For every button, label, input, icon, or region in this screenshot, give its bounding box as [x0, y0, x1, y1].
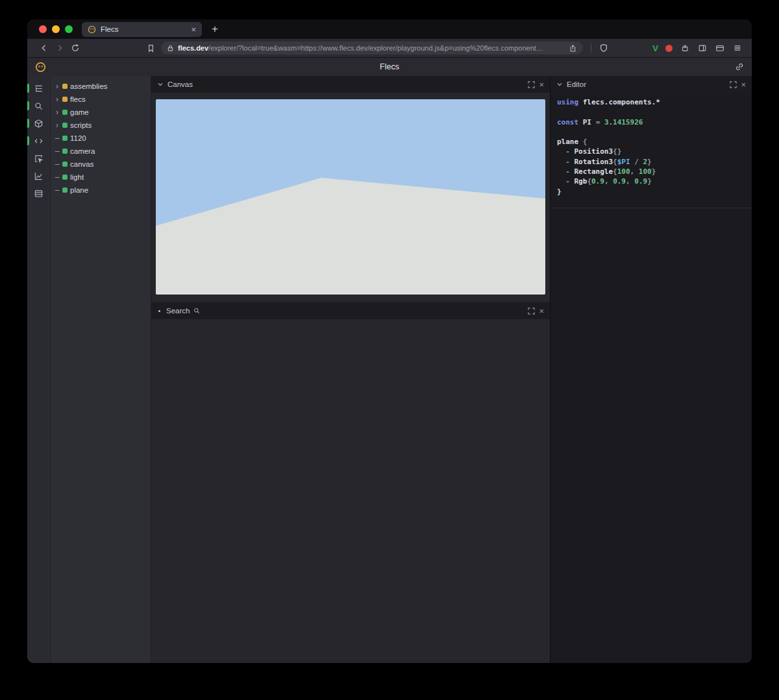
- rows-icon: [34, 189, 43, 199]
- code-line[interactable]: plane {: [557, 137, 745, 147]
- code-line[interactable]: - Rotation3{$PI / 2}: [557, 157, 745, 167]
- tree-item-camera[interactable]: –camera: [51, 145, 151, 158]
- search-expand-button[interactable]: [528, 308, 535, 315]
- rail-button-tree[interactable]: [27, 82, 50, 95]
- wallet-button[interactable]: [715, 41, 725, 55]
- minimize-window-button[interactable]: [52, 25, 60, 33]
- chevron-down-icon[interactable]: [157, 81, 164, 88]
- tree-item-game[interactable]: ›game: [51, 106, 151, 119]
- chevron-right-icon[interactable]: ›: [55, 82, 60, 90]
- app-header: Flecs: [27, 58, 752, 76]
- browser-toolbar: flecs.dev /explorer/?local=true&wasm=htt…: [27, 39, 752, 57]
- chevron-down-icon[interactable]: [556, 81, 563, 88]
- tree-item-label: light: [70, 173, 84, 181]
- canvas-expand-button[interactable]: [528, 81, 535, 88]
- close-window-button[interactable]: [39, 25, 47, 33]
- active-indicator: [27, 84, 29, 93]
- active-indicator: [27, 154, 29, 163]
- leaf-dash-icon: –: [55, 173, 60, 181]
- chevron-right-icon[interactable]: ›: [55, 108, 60, 116]
- tree-item-assemblies[interactable]: ›assemblies: [51, 80, 151, 93]
- rail-button-cube[interactable]: [27, 117, 50, 130]
- rail-button-rows[interactable]: [27, 187, 50, 200]
- chevron-right-icon[interactable]: ›: [55, 95, 60, 103]
- browser-tab[interactable]: Flecs ×: [82, 22, 202, 37]
- code-line[interactable]: - Rectangle{100, 100}: [557, 167, 745, 176]
- search-close-button[interactable]: ×: [539, 307, 544, 315]
- entity-tree: ›assemblies›flecs›game›scripts–1120–came…: [51, 76, 151, 663]
- expand-icon: [528, 308, 535, 315]
- code-line[interactable]: using flecs.components.*: [557, 97, 745, 107]
- address-bar[interactable]: flecs.dev /explorer/?local=true&wasm=htt…: [161, 42, 583, 54]
- canvas-body: [151, 93, 550, 302]
- reload-icon: [71, 43, 80, 53]
- rail-button-inspect[interactable]: [27, 152, 50, 165]
- entity-color-swatch: [62, 149, 68, 154]
- editor-expand-button[interactable]: [730, 81, 737, 88]
- leaf-dash-icon: –: [55, 186, 60, 194]
- share-icon[interactable]: [569, 44, 577, 53]
- tree-item-flecs[interactable]: ›flecs: [51, 93, 151, 106]
- code-line[interactable]: - Rgb{0.9, 0.9, 0.9}: [557, 176, 745, 186]
- rail-button-chart[interactable]: [27, 169, 50, 182]
- back-button[interactable]: [36, 41, 52, 55]
- reload-button[interactable]: [68, 41, 83, 55]
- hamburger-icon: [733, 43, 742, 53]
- active-indicator: [27, 101, 29, 110]
- url-text: flecs.dev /explorer/?local=true&wasm=htt…: [178, 44, 565, 52]
- center-empty-area: [151, 319, 550, 663]
- collapsed-bullet-icon[interactable]: [158, 310, 160, 312]
- card-icon: [715, 43, 724, 53]
- tree-item-1120[interactable]: –1120: [51, 132, 151, 145]
- new-tab-button[interactable]: +: [212, 23, 218, 36]
- tree-icon: [34, 84, 43, 93]
- icon-rail: [27, 76, 51, 663]
- canvas-viewport[interactable]: [156, 99, 545, 295]
- editor-code[interactable]: using flecs.components.* const PI = 3.14…: [550, 93, 752, 208]
- zoom-window-button[interactable]: [65, 25, 73, 33]
- lock-icon[interactable]: [167, 45, 174, 52]
- browser-window: Flecs × + flecs.dev /explorer/?l: [27, 19, 752, 663]
- tree-item-label: camera: [70, 147, 95, 155]
- share-link-button[interactable]: [735, 62, 744, 71]
- editor-close-button[interactable]: ×: [741, 80, 746, 89]
- rail-button-code[interactable]: [27, 134, 50, 147]
- leaf-dash-icon: –: [55, 147, 60, 155]
- editor-panel: Editor × using flecs.components.* const …: [550, 76, 752, 663]
- tree-item-light[interactable]: –light: [51, 171, 151, 184]
- extension-v-icon[interactable]: V: [652, 43, 658, 53]
- search-icon: [34, 101, 43, 111]
- code-line[interactable]: [557, 107, 745, 117]
- code-line[interactable]: }: [557, 187, 745, 197]
- forward-icon: [55, 43, 64, 53]
- tree-item-canvas[interactable]: –canvas: [51, 158, 151, 171]
- bookmark-button[interactable]: [143, 41, 158, 55]
- tab-close-button[interactable]: ×: [191, 25, 196, 34]
- brave-shield-button[interactable]: [596, 41, 612, 55]
- entity-color-swatch: [62, 84, 68, 89]
- window-controls: [39, 25, 73, 33]
- flecs-logo[interactable]: [35, 62, 46, 73]
- active-indicator: [27, 189, 29, 198]
- code-line[interactable]: const PI = 3.1415926: [557, 117, 745, 127]
- search-panel-header: Search ×: [151, 302, 550, 319]
- center-column: Canvas × Search: [151, 76, 550, 663]
- rail-button-search[interactable]: [27, 99, 50, 112]
- menu-button[interactable]: [732, 41, 743, 55]
- canvas-close-button[interactable]: ×: [539, 80, 544, 89]
- tree-item-label: assemblies: [70, 82, 108, 90]
- sidebar-toggle-button[interactable]: [697, 41, 708, 55]
- chevron-right-icon[interactable]: ›: [55, 121, 60, 129]
- code-line[interactable]: [557, 127, 745, 137]
- extensions-button[interactable]: [680, 41, 690, 55]
- tree-item-plane[interactable]: –plane: [51, 184, 151, 197]
- entity-color-swatch: [62, 136, 68, 141]
- active-indicator: [27, 119, 29, 128]
- chart-icon: [34, 171, 43, 181]
- code-line[interactable]: - Position3{}: [557, 147, 745, 156]
- toolbar-divider: [591, 43, 591, 53]
- tree-item-scripts[interactable]: ›scripts: [51, 119, 151, 132]
- tree-item-label: 1120: [70, 134, 86, 142]
- extension-record-icon[interactable]: [665, 45, 673, 52]
- forward-button[interactable]: [52, 41, 68, 55]
